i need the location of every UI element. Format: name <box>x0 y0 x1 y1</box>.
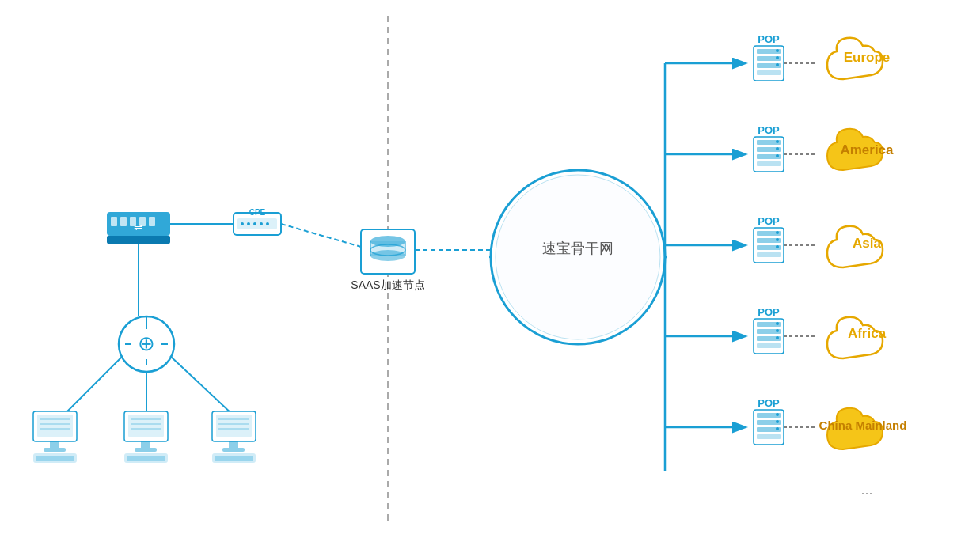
svg-text:Africa: Africa <box>848 326 887 341</box>
svg-rect-106 <box>757 252 781 257</box>
svg-point-13 <box>253 222 256 225</box>
svg-point-93 <box>776 63 779 66</box>
svg-text:CPE: CPE <box>249 208 266 217</box>
svg-text:...: ... <box>860 482 872 498</box>
svg-rect-7 <box>149 217 155 226</box>
svg-text:Asia: Asia <box>853 236 881 251</box>
svg-text:速宝骨干网: 速宝骨干网 <box>542 240 613 256</box>
svg-point-99 <box>776 140 779 143</box>
svg-point-12 <box>247 222 250 225</box>
svg-rect-32 <box>37 415 73 437</box>
svg-text:America: America <box>840 142 894 157</box>
svg-text:POP: POP <box>758 215 780 227</box>
svg-rect-54 <box>229 441 238 448</box>
svg-text:POP: POP <box>758 33 780 45</box>
svg-point-116 <box>776 329 779 332</box>
network-diagram: ⇌ CPE ⊕ <box>0 0 980 534</box>
svg-rect-2 <box>107 236 170 244</box>
svg-line-30 <box>170 356 234 415</box>
svg-rect-36 <box>50 441 59 448</box>
svg-text:Europe: Europe <box>844 50 891 65</box>
svg-line-28 <box>63 356 123 415</box>
svg-text:POP: POP <box>758 124 780 136</box>
svg-rect-39 <box>36 456 74 461</box>
svg-point-124 <box>776 420 779 423</box>
svg-point-115 <box>776 322 779 325</box>
svg-rect-37 <box>44 448 66 452</box>
svg-rect-114 <box>757 343 781 348</box>
svg-line-18 <box>281 224 372 250</box>
svg-point-71 <box>370 250 405 261</box>
svg-point-11 <box>241 222 244 225</box>
svg-point-100 <box>776 147 779 150</box>
svg-point-123 <box>776 413 779 416</box>
svg-point-101 <box>776 154 779 157</box>
svg-rect-48 <box>127 456 165 461</box>
svg-point-107 <box>776 231 779 234</box>
svg-text:POP: POP <box>758 397 780 409</box>
svg-point-125 <box>776 427 779 430</box>
svg-rect-41 <box>128 415 164 437</box>
svg-point-117 <box>776 336 779 339</box>
svg-rect-45 <box>141 441 150 448</box>
svg-rect-4 <box>120 217 127 226</box>
svg-rect-122 <box>757 434 781 439</box>
svg-rect-46 <box>135 448 157 452</box>
svg-point-15 <box>266 222 269 225</box>
svg-point-109 <box>776 245 779 248</box>
svg-point-14 <box>260 222 263 225</box>
svg-rect-55 <box>222 448 245 452</box>
svg-rect-98 <box>757 161 781 166</box>
svg-rect-90 <box>757 70 781 75</box>
svg-text:POP: POP <box>758 306 780 318</box>
svg-text:⇌: ⇌ <box>134 221 143 233</box>
svg-point-92 <box>776 56 779 59</box>
svg-point-108 <box>776 238 779 241</box>
svg-rect-57 <box>215 456 253 461</box>
svg-rect-3 <box>111 217 117 226</box>
svg-text:China Mainland: China Mainland <box>819 418 907 432</box>
svg-point-75 <box>496 175 660 339</box>
svg-text:SAAS加速节点: SAAS加速节点 <box>351 278 424 291</box>
svg-rect-50 <box>216 415 252 437</box>
svg-text:⊕: ⊕ <box>138 331 155 355</box>
svg-point-91 <box>776 49 779 52</box>
